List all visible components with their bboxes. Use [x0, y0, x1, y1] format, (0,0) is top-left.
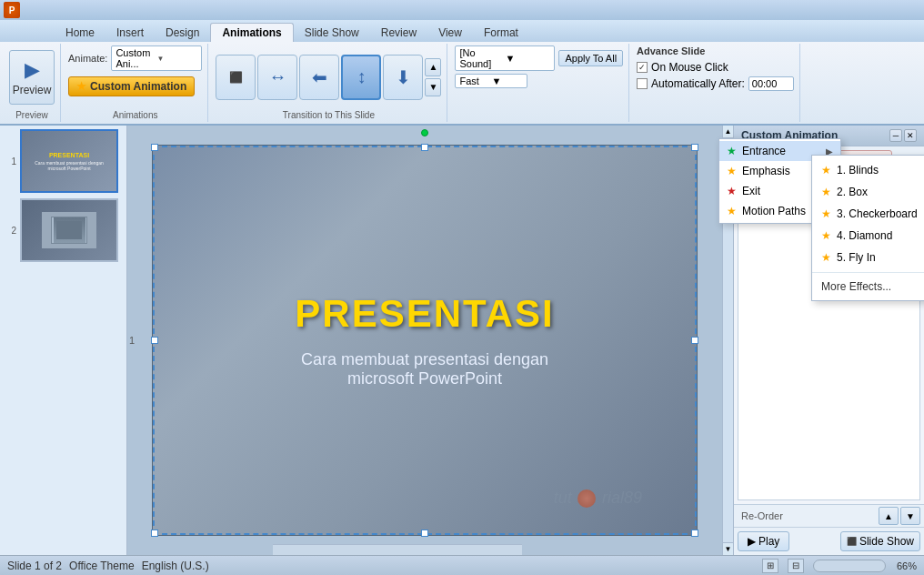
submenu-item-checkerboard[interactable]: ★ 3. Checkerboard	[812, 203, 924, 225]
diamond-star-icon: ★	[821, 229, 831, 242]
submenu-item-box[interactable]: ★ 2. Box	[812, 181, 924, 203]
handle-mr[interactable]	[691, 337, 698, 344]
ribbon: ▶ Preview Preview Animate: Custom Ani...…	[0, 42, 924, 126]
speed-dropdown-arrow: ▼	[491, 76, 523, 86]
box-label: 2. Box	[837, 186, 868, 198]
play-label: Play	[758, 535, 779, 548]
handle-ml[interactable]	[151, 337, 158, 344]
mouse-click-label: On Mouse Click	[651, 61, 728, 74]
slide-panel: 1 PRESENTASI Cara membuat presentasi den…	[0, 126, 127, 555]
handle-bm[interactable]	[421, 530, 428, 537]
reorder-down-btn[interactable]: ▼	[900, 507, 920, 525]
tab-review[interactable]: Review	[370, 24, 427, 42]
slide-thumb-img-1: PRESENTASI Cara membuat presentasi denga…	[20, 129, 118, 193]
auto-advance-checkbox[interactable]	[637, 78, 648, 89]
watermark: tut rial89	[554, 487, 642, 508]
slide-num-2: 2	[4, 226, 16, 236]
reorder-label: Re-Order	[738, 510, 877, 521]
view-normal-btn[interactable]: ⊞	[762, 559, 778, 573]
handle-bl[interactable]	[151, 530, 158, 537]
slide1-title: PRESENTASI	[49, 152, 89, 158]
custom-anim-icon: ★	[76, 80, 86, 93]
sound-dropdown[interactable]: [No Sound] ▼	[455, 45, 555, 71]
animate-dropdown[interactable]: Custom Ani... ▼	[111, 45, 202, 71]
ribbon-group-sound: [No Sound] ▼ Apply To All Fast ▼	[449, 44, 629, 122]
tab-insert[interactable]: Insert	[105, 24, 155, 42]
apply-all-button[interactable]: Apply To All	[558, 50, 623, 66]
trans-icon-4: ↕	[357, 66, 366, 87]
trans-nav-up[interactable]: ▲	[425, 58, 441, 76]
tab-format[interactable]: Format	[473, 24, 529, 42]
panel-footer: ▶ Play ⬛ Slide Show	[734, 527, 924, 555]
handle-tm[interactable]	[421, 144, 428, 151]
ribbon-group-animations: Animate: Custom Ani... ▼ ★ Custom Animat…	[63, 44, 208, 122]
animations-group-label: Animations	[68, 108, 202, 120]
trans-nav-down[interactable]: ▼	[425, 78, 441, 96]
transition-group-label: Transition to This Slide	[216, 108, 441, 120]
tab-view[interactable]: View	[427, 24, 473, 42]
trans-icon-5: ⬇	[396, 66, 411, 88]
flyin-star-icon: ★	[821, 251, 831, 264]
submenu-item-diamond[interactable]: ★ 4. Diamond	[812, 225, 924, 247]
app-logo: P	[4, 2, 20, 18]
slideshow-label: Slide Show	[859, 535, 914, 548]
auto-advance-input[interactable]	[748, 76, 794, 91]
canvas-area: 1 PRESENTASI Cara membuat presentasi den…	[127, 126, 722, 555]
slide-thumb-1[interactable]: 1 PRESENTASI Cara membuat presentasi den…	[4, 129, 123, 193]
ribbon-tabs: Home Insert Design Animations Slide Show…	[0, 20, 924, 42]
handle-tl[interactable]	[151, 144, 158, 151]
blinds-label: 1. Blinds	[837, 164, 879, 177]
entrance-star-icon: ★	[727, 145, 737, 157]
slide-thumb-2[interactable]: 2	[4, 198, 123, 262]
play-button[interactable]: ▶ Play	[738, 531, 789, 551]
preview-button[interactable]: ▶ Preview	[9, 50, 55, 105]
slide-thumb-img-2	[20, 198, 118, 262]
ribbon-group-advance: Advance Slide On Mouse Click Automatical…	[631, 44, 800, 122]
trans-btn-4[interactable]: ↕	[341, 55, 381, 100]
h-scrollbar[interactable]	[273, 544, 522, 555]
trans-btn-2[interactable]: ↔	[257, 55, 297, 100]
trans-btn-5[interactable]: ⬇	[383, 55, 423, 100]
slide-num-1: 1	[4, 156, 16, 166]
sound-dropdown-arrow: ▼	[505, 53, 550, 64]
panel-close-btn[interactable]: ✕	[904, 129, 917, 142]
reorder-up-btn[interactable]: ▲	[879, 507, 899, 525]
status-bar: Slide 1 of 2 Office Theme English (U.S.)…	[0, 555, 924, 575]
handle-br[interactable]	[691, 530, 698, 537]
speed-dropdown[interactable]: Fast ▼	[455, 74, 527, 88]
submenu-item-flyin[interactable]: ★ 5. Fly In	[812, 247, 924, 268]
handle-top-green	[421, 129, 428, 136]
handle-tr[interactable]	[691, 144, 698, 151]
ribbon-group-preview: ▶ Preview Preview	[4, 44, 61, 122]
view-slide-sorter-btn[interactable]: ⊟	[788, 559, 804, 573]
vscroll-up[interactable]: ▲	[723, 126, 733, 138]
trans-btn-3[interactable]: ⬅	[299, 55, 339, 100]
trans-icon-3: ⬅	[312, 66, 327, 88]
sound-value: [No Sound]	[459, 47, 505, 69]
tab-home[interactable]: Home	[55, 24, 105, 42]
tab-slideshow[interactable]: Slide Show	[294, 24, 370, 42]
preview-label: Preview	[13, 84, 52, 96]
custom-animation-button[interactable]: ★ Custom Animation	[68, 76, 195, 96]
submenu-divider	[812, 272, 924, 273]
more-effects-item[interactable]: More Effects...	[812, 277, 924, 297]
emphasis-star-icon: ★	[727, 165, 737, 177]
motion-label: Motion Paths	[742, 205, 806, 217]
trans-icon-1: ⬛	[229, 71, 243, 84]
advance-title: Advance Slide	[637, 45, 705, 56]
trans-btn-1[interactable]: ⬛	[216, 55, 256, 100]
entrance-label: Entrance	[742, 145, 786, 157]
panel-minimize-btn[interactable]: ─	[889, 129, 902, 142]
preview-group-label: Preview	[9, 108, 55, 120]
slideshow-icon: ⬛	[847, 537, 857, 546]
checkerboard-label: 3. Checkerboard	[837, 207, 918, 220]
main-slide[interactable]: PRESENTASI Cara membuat presentasi denga…	[152, 145, 698, 536]
tab-animations[interactable]: Animations	[210, 23, 293, 42]
slideshow-button[interactable]: ⬛ Slide Show	[840, 531, 920, 551]
zoom-slider[interactable]	[813, 560, 886, 572]
selection-box	[153, 146, 697, 535]
mouse-click-checkbox[interactable]	[637, 62, 648, 73]
submenu-item-blinds[interactable]: ★ 1. Blinds	[812, 159, 924, 181]
vscroll-down[interactable]: ▼	[723, 542, 733, 555]
tab-design[interactable]: Design	[155, 24, 210, 42]
